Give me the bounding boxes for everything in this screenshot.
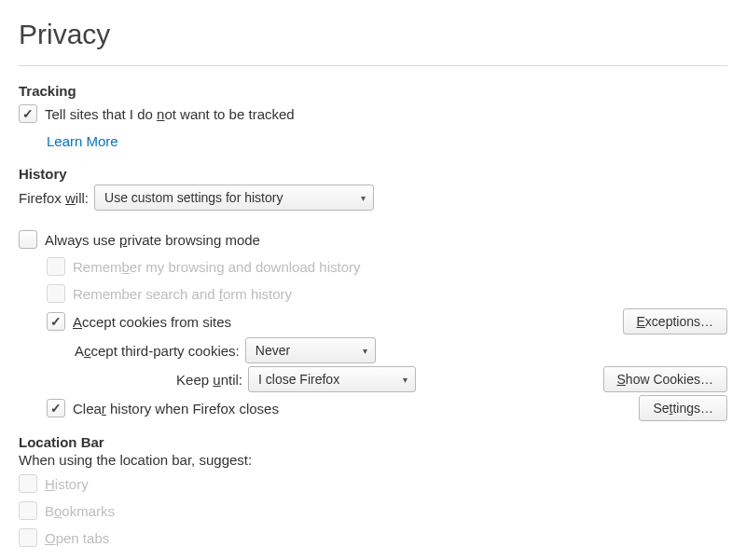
clear-on-close-checkbox[interactable] bbox=[47, 399, 65, 417]
do-not-track-label: Tell sites that I do not want to be trac… bbox=[45, 106, 295, 122]
suggest-opentabs-checkbox[interactable] bbox=[19, 528, 37, 547]
learn-more-link[interactable]: Learn More bbox=[47, 133, 118, 149]
exceptions-button[interactable]: Exceptions… bbox=[623, 308, 728, 335]
page-title: Privacy bbox=[19, 19, 727, 50]
keep-until-dropdown[interactable]: I close Firefox ▾ bbox=[248, 366, 416, 392]
divider bbox=[19, 65, 727, 66]
chevron-down-icon: ▾ bbox=[363, 346, 367, 356]
accept-cookies-checkbox[interactable] bbox=[47, 312, 65, 331]
remember-browsing-checkbox[interactable] bbox=[47, 257, 65, 276]
suggest-bookmarks-checkbox[interactable] bbox=[19, 501, 37, 520]
section-history-title: History bbox=[19, 166, 727, 182]
history-mode-dropdown[interactable]: Use custom settings for history ▾ bbox=[94, 184, 374, 211]
chevron-down-icon: ▾ bbox=[403, 375, 408, 385]
remember-search-label: Remember search and form history bbox=[73, 286, 292, 302]
suggest-opentabs-label: Open tabs bbox=[45, 530, 109, 546]
private-browsing-checkbox[interactable] bbox=[19, 230, 37, 249]
keep-until-label: Keep until: bbox=[75, 372, 242, 388]
accept-cookies-label: Accept cookies from sites bbox=[73, 314, 231, 330]
remember-browsing-label: Remember my browsing and download histor… bbox=[73, 259, 360, 275]
firefox-will-label: Firefox will: bbox=[19, 190, 89, 206]
keep-until-selected: I close Firefox bbox=[258, 372, 339, 387]
section-locationbar-title: Location Bar bbox=[19, 434, 727, 450]
section-tracking-title: Tracking bbox=[19, 83, 727, 99]
third-party-cookies-label: Accept third-party cookies: bbox=[75, 343, 240, 359]
do-not-track-checkbox[interactable] bbox=[19, 104, 37, 123]
suggest-history-checkbox[interactable] bbox=[19, 474, 37, 493]
private-browsing-label: Always use private browsing mode bbox=[45, 232, 260, 248]
third-party-cookies-dropdown[interactable]: Never ▾ bbox=[245, 337, 376, 363]
history-mode-selected: Use custom settings for history bbox=[104, 190, 283, 205]
show-cookies-button[interactable]: Show Cookies… bbox=[603, 366, 728, 392]
chevron-down-icon: ▾ bbox=[361, 193, 366, 203]
settings-button[interactable]: Settings… bbox=[639, 395, 727, 421]
clear-on-close-label: Clear history when Firefox closes bbox=[73, 401, 279, 417]
remember-search-checkbox[interactable] bbox=[47, 284, 65, 303]
locationbar-subtext: When using the location bar, suggest: bbox=[19, 452, 727, 468]
suggest-bookmarks-label: Bookmarks bbox=[45, 503, 115, 519]
suggest-history-label: History bbox=[45, 476, 89, 492]
third-party-cookies-selected: Never bbox=[256, 343, 290, 358]
